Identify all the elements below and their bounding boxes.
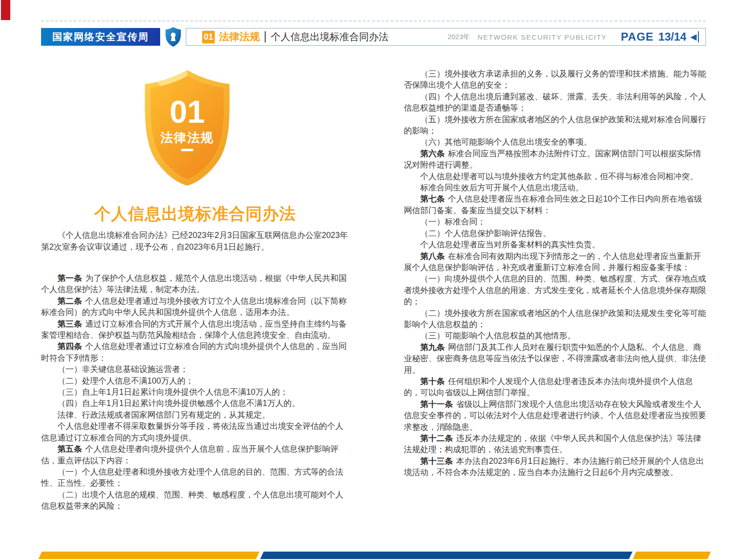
article-paragraph: 第十三条本办法自2023年6月1日起施行。本办法施行前已经开展的个人信息出境活动… (404, 455, 708, 478)
article-paragraph: （二）出境个人信息的规模、范围、种类、敏感程度，个人信息出境可能对个人信息权益带… (41, 489, 349, 512)
article-number: 第二条 (57, 296, 82, 306)
page-label: PAGE (621, 30, 654, 43)
page-nav-arrow-icon[interactable]: ◀ (690, 31, 699, 42)
article-paragraph: 第二条个人信息处理者通过与境外接收方订立个人信息出境标准合同（以下简称标准合同）… (41, 295, 349, 318)
footer-bar-blue (260, 552, 632, 559)
vertical-divider (265, 31, 266, 42)
article-paragraph: 第四条个人信息处理者通过订立标准合同的方式向境外提供个人信息的，应当同时符合下列… (41, 341, 349, 364)
section-label: 法律法规 (219, 30, 260, 44)
article-paragraph: 第七条个人信息处理者应当在标准合同生效之日起10个工作日内向所在地省级网信部门备… (404, 193, 708, 216)
right-column: （三）境外接收方承诺承担的义务，以及履行义务的管理和技术措施、能力等能否保障出境… (404, 68, 708, 478)
article-number: 第四条 (57, 342, 82, 351)
arrow-bar (698, 31, 699, 42)
shield-number: 01 (169, 94, 205, 129)
article-paragraph: （二）境外接收方所在国家或者地区的个人信息保护政策和法规发生变化等可能影响个人信… (404, 308, 708, 330)
article-number: 第九条 (420, 343, 445, 352)
left-triangle-icon: ◀ (690, 33, 697, 41)
brand-badge-label: 国家网络安全宣传周 (52, 30, 149, 43)
article-number: 第三条 (57, 319, 82, 329)
intro-paragraph: 《个人信息出境标准合同办法》已经2023年2月3日国家互联网信息办公室2023年… (41, 230, 350, 253)
article-paragraph: 第十二条违反本办法规定的，依据《中华人民共和国个人信息保护法》等法律法规处理；构… (404, 433, 708, 455)
article-paragraph: 第九条网信部门及其工作人员对在履行职责中知悉的个人隐私、个人信息、商业秘密、保密… (404, 342, 708, 376)
shield-dash (181, 149, 194, 151)
section-number-chip: 01 (202, 31, 215, 43)
article-paragraph: （三）自上年1月1日起累计向境外提供个人信息不满10万人的； (41, 386, 349, 398)
article-number: 第十一条 (420, 399, 453, 409)
article-number: 第七条 (420, 194, 445, 203)
article-number: 第八条 (420, 252, 445, 261)
article-paragraph: 第五条个人信息处理者向境外提供个人信息前，应当开展个人信息保护影响评估，重点评估… (41, 443, 349, 466)
article-number: 第六条 (420, 149, 445, 158)
article-paragraph: （四）个人信息出境后遭到篡改、破坏、泄露、丢失、非法利用等的风险，个人信息权益维… (404, 91, 708, 114)
article-paragraph: （五）境外接收方所在国家或者地区的个人信息保护政策和法规对标准合同履行的影响； (404, 114, 708, 137)
footer-bar-orange-left (38, 552, 259, 559)
brand-badge: 国家网络安全宣传周 (41, 28, 160, 46)
article-paragraph: （一）个人信息处理者和境外接收方处理个人信息的目的、范围、方式等的合法性、正当性… (41, 466, 349, 489)
article-paragraph: （二）个人信息保护影响评估报告。 (404, 228, 708, 239)
article-paragraph: （三）境外接收方承诺承担的义务，以及履行义务的管理和技术措施、能力等能否保障出境… (404, 68, 708, 91)
article-paragraph: （三）可能影响个人信息权益的其他情形。 (404, 330, 708, 341)
page-header: 国家网络安全宣传周 01 法律法规 个人信息出境标准合同办法 2023年 NET… (41, 28, 706, 46)
article-paragraph: （一）标准合同； (404, 216, 708, 227)
left-column: 第一条为了保护个人信息权益，规范个人信息出境活动，根据《中华人民共和国个人信息保… (41, 273, 349, 512)
article-number: 第十二条 (420, 434, 453, 443)
article-paragraph: 第三条通过订立标准合同的方式开展个人信息出境活动，应当坚持自主缔约与备案管理相结… (41, 318, 349, 341)
article-paragraph: 第十条任何组织和个人发现个人信息处理者违反本办法向境外提供个人信息的，可以向省级… (404, 376, 708, 399)
article-paragraph: 第八条在标准合同有效期内出现下列情形之一的，个人信息处理者应当重新开展个人信息保… (404, 251, 708, 273)
section-shield-badge: 01 法律法规 (139, 69, 235, 187)
shield-label: 法律法规 (160, 131, 214, 145)
article-paragraph: 个人信息处理者不得采取数量拆分等手段，将依法应当通过出境安全评估的个人信息通过订… (41, 420, 349, 443)
section-title-box: 01 法律法规 个人信息出境标准合同办法 2023年 NETWORK SECUR… (186, 28, 706, 46)
article-paragraph: （一）非关键信息基础设施运营者； (41, 364, 349, 375)
article-paragraph: 法律、行政法规或者国家网信部门另有规定的，从其规定。 (41, 409, 349, 420)
year-label: 2023年 (447, 33, 470, 42)
article-paragraph: （六）其他可能影响个人信息出境安全的事项。 (404, 136, 708, 147)
article-paragraph: 标准合同生效后方可开展个人信息出境活动。 (404, 182, 708, 193)
publicity-subtitle: NETWORK SECURITY PUBLICITY (478, 33, 607, 41)
article-number: 第五条 (57, 444, 82, 454)
lock-shield-icon (165, 27, 182, 47)
article-paragraph: （二）处理个人信息不满100万人的； (41, 375, 349, 386)
article-number: 第十条 (420, 377, 445, 386)
article-paragraph: 第六条标准合同应当严格按照本办法附件订立。国家网信部门可以根据实际情况对附件进行… (404, 148, 708, 171)
article-paragraph: 个人信息处理者可以与境外接收方约定其他条款，但不得与标准合同相冲突。 (404, 171, 708, 182)
corner-mark (1, 0, 10, 20)
page-number: 13/14 (658, 30, 686, 43)
top-dashed-divider (41, 21, 706, 21)
article-paragraph: （一）向境外提供个人信息的目的、范围、种类、敏感程度、方式、保存地点或者境外接收… (404, 273, 708, 307)
footer-bar-orange-right (633, 552, 711, 559)
article-paragraph: （四）自上年1月1日起累计向境外提供敏感个人信息不满1万人的。 (41, 398, 349, 409)
article-paragraph: 个人信息处理者应当对所备案材料的真实性负责。 (404, 239, 708, 250)
article-paragraph: 第十一条省级以上网信部门发现个人信息出境活动存在较大风险或者发生个人信息安全事件… (404, 399, 708, 433)
document-page: 国家网络安全宣传周 01 法律法规 个人信息出境标准合同办法 2023年 NET… (0, 0, 747, 560)
document-title: 个人信息出境标准合同办法 (271, 30, 388, 43)
article-title: 个人信息出境标准合同办法 (41, 203, 349, 225)
article-number: 第一条 (57, 273, 82, 283)
article-paragraph: 第一条为了保护个人信息权益，规范个人信息出境活动，根据《中华人民共和国个人信息保… (41, 273, 349, 295)
article-number: 第十三条 (420, 456, 453, 466)
